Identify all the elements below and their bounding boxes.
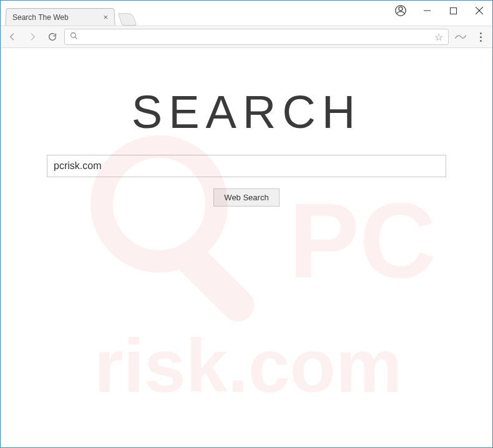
minimize-icon[interactable] [414,1,440,21]
forward-icon[interactable] [24,29,41,45]
svg-point-0 [399,7,403,11]
browser-tab[interactable]: Search The Web × [5,8,115,26]
web-search-button[interactable]: Web Search [213,188,279,207]
address-bar[interactable]: ☆ [64,29,449,45]
bookmark-star-icon[interactable]: ☆ [434,31,443,43]
svg-line-7 [75,37,77,39]
search-icon [70,31,78,42]
browser-toolbar: ☆ [1,26,492,48]
search-box[interactable] [47,155,446,177]
user-icon[interactable] [388,1,414,21]
url-input[interactable] [82,32,431,42]
page-content: PC risk.com SEARCH Web Search [1,48,492,447]
back-icon[interactable] [4,29,21,45]
close-window-icon[interactable] [466,1,492,21]
close-icon[interactable]: × [103,12,108,22]
new-tab-button[interactable] [118,13,137,26]
svg-rect-3 [450,7,456,14]
maximize-icon[interactable] [440,1,466,21]
tab-strip: Search The Web × [1,7,368,26]
reload-icon[interactable] [44,29,61,45]
search-input[interactable] [54,160,439,172]
svg-point-6 [71,33,76,38]
page-logo: SEARCH [132,85,361,139]
menu-icon[interactable] [472,29,489,45]
tab-title: Search The Web [12,13,100,22]
extension-icon[interactable] [452,29,469,45]
